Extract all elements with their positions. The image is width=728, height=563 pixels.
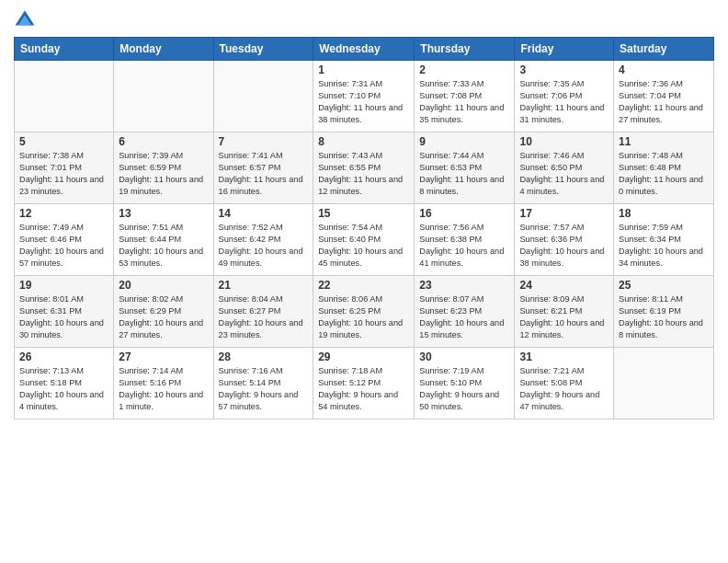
day-number: 28 [219,350,309,363]
day-info: Sunrise: 7:52 AMSunset: 6:42 PMDaylight:… [219,222,309,270]
day-number: 16 [419,207,509,220]
col-tuesday: Tuesday [213,38,313,61]
day-number: 9 [419,135,509,148]
day-number: 18 [619,207,709,220]
day-number: 26 [19,350,108,363]
day-number: 10 [519,135,609,148]
day-info: Sunrise: 7:39 AMSunset: 6:59 PMDaylight:… [119,150,208,198]
day-number: 19 [19,279,108,292]
calendar-day-cell: 23 Sunrise: 8:07 AMSunset: 6:23 PMDaylig… [415,276,515,348]
calendar-day-cell: 9 Sunrise: 7:44 AMSunset: 6:53 PMDayligh… [415,132,515,204]
col-friday: Friday [515,38,614,61]
day-info: Sunrise: 7:31 AMSunset: 7:10 PMDaylight:… [318,78,409,126]
calendar-day-cell: 7 Sunrise: 7:41 AMSunset: 6:57 PMDayligh… [213,132,313,204]
calendar-day-cell: 16 Sunrise: 7:56 AMSunset: 6:38 PMDaylig… [415,204,515,276]
calendar-day-cell: 30 Sunrise: 7:19 AMSunset: 5:10 PMDaylig… [415,348,515,419]
col-saturday: Saturday [614,38,714,61]
calendar-day-cell: 13 Sunrise: 7:51 AMSunset: 6:44 PMDaylig… [114,204,213,276]
calendar-day-cell: 14 Sunrise: 7:52 AMSunset: 6:42 PMDaylig… [213,204,313,276]
day-info: Sunrise: 8:04 AMSunset: 6:27 PMDaylight:… [219,293,309,341]
day-info: Sunrise: 7:51 AMSunset: 6:44 PMDaylight:… [119,222,208,270]
calendar-day-cell [213,61,313,132]
calendar-day-cell: 29 Sunrise: 7:18 AMSunset: 5:12 PMDaylig… [313,348,415,419]
calendar-day-cell: 25 Sunrise: 8:11 AMSunset: 6:19 PMDaylig… [614,276,714,348]
day-number: 3 [519,63,609,76]
day-info: Sunrise: 8:07 AMSunset: 6:23 PMDaylight:… [419,293,509,341]
day-info: Sunrise: 7:16 AMSunset: 5:14 PMDaylight:… [219,365,309,413]
calendar-day-cell [15,61,114,132]
calendar-day-cell: 1 Sunrise: 7:31 AMSunset: 7:10 PMDayligh… [313,61,415,132]
calendar-day-cell: 19 Sunrise: 8:01 AMSunset: 6:31 PMDaylig… [15,276,114,348]
calendar-day-cell: 18 Sunrise: 7:59 AMSunset: 6:34 PMDaylig… [614,204,714,276]
day-info: Sunrise: 7:41 AMSunset: 6:57 PMDaylight:… [219,150,309,198]
day-info: Sunrise: 8:09 AMSunset: 6:21 PMDaylight:… [519,293,609,341]
day-info: Sunrise: 7:46 AMSunset: 6:50 PMDaylight:… [519,150,609,198]
calendar-day-cell [114,61,213,132]
calendar-day-cell: 27 Sunrise: 7:14 AMSunset: 5:16 PMDaylig… [114,348,213,419]
day-info: Sunrise: 8:11 AMSunset: 6:19 PMDaylight:… [619,293,709,341]
day-number: 5 [19,135,108,148]
day-number: 8 [318,135,409,148]
calendar-week-row: 1 Sunrise: 7:31 AMSunset: 7:10 PMDayligh… [15,61,714,132]
day-info: Sunrise: 7:43 AMSunset: 6:55 PMDaylight:… [318,150,409,198]
calendar-day-cell: 20 Sunrise: 8:02 AMSunset: 6:29 PMDaylig… [114,276,213,348]
day-number: 25 [619,279,709,292]
calendar-week-row: 12 Sunrise: 7:49 AMSunset: 6:46 PMDaylig… [15,204,714,276]
day-number: 7 [219,135,309,148]
day-number: 21 [219,279,309,292]
day-number: 11 [619,135,709,148]
calendar-day-cell: 21 Sunrise: 8:04 AMSunset: 6:27 PMDaylig… [213,276,313,348]
day-info: Sunrise: 8:01 AMSunset: 6:31 PMDaylight:… [19,293,108,341]
day-info: Sunrise: 7:18 AMSunset: 5:12 PMDaylight:… [318,365,409,413]
calendar-day-cell: 4 Sunrise: 7:36 AMSunset: 7:04 PMDayligh… [614,61,714,132]
day-number: 13 [119,207,208,220]
day-number: 20 [119,279,208,292]
calendar-day-cell: 3 Sunrise: 7:35 AMSunset: 7:06 PMDayligh… [515,61,614,132]
calendar-week-row: 5 Sunrise: 7:38 AMSunset: 7:01 PMDayligh… [15,132,714,204]
day-info: Sunrise: 7:59 AMSunset: 6:34 PMDaylight:… [619,222,709,270]
day-info: Sunrise: 7:14 AMSunset: 5:16 PMDaylight:… [119,365,208,413]
day-info: Sunrise: 7:44 AMSunset: 6:53 PMDaylight:… [419,150,509,198]
day-info: Sunrise: 7:38 AMSunset: 7:01 PMDaylight:… [19,150,108,198]
day-number: 23 [419,279,509,292]
day-info: Sunrise: 7:36 AMSunset: 7:04 PMDaylight:… [619,78,709,126]
calendar-day-cell: 15 Sunrise: 7:54 AMSunset: 6:40 PMDaylig… [313,204,415,276]
day-number: 17 [519,207,609,220]
day-number: 30 [419,350,509,363]
header [14,9,714,31]
day-info: Sunrise: 7:49 AMSunset: 6:46 PMDaylight:… [19,222,108,270]
day-number: 6 [119,135,208,148]
col-sunday: Sunday [15,38,114,61]
page: Sunday Monday Tuesday Wednesday Thursday… [0,0,728,563]
day-number: 4 [619,63,709,76]
day-info: Sunrise: 7:35 AMSunset: 7:06 PMDaylight:… [519,78,609,126]
day-info: Sunrise: 8:06 AMSunset: 6:25 PMDaylight:… [318,293,409,341]
calendar-day-cell: 11 Sunrise: 7:48 AMSunset: 6:48 PMDaylig… [614,132,714,204]
day-number: 31 [519,350,609,363]
day-info: Sunrise: 7:54 AMSunset: 6:40 PMDaylight:… [318,222,409,270]
day-number: 27 [119,350,208,363]
calendar-day-cell: 6 Sunrise: 7:39 AMSunset: 6:59 PMDayligh… [114,132,213,204]
day-number: 1 [318,63,409,76]
day-info: Sunrise: 7:21 AMSunset: 5:08 PMDaylight:… [519,365,609,413]
day-number: 12 [19,207,108,220]
col-monday: Monday [114,38,213,61]
calendar-day-cell: 17 Sunrise: 7:57 AMSunset: 6:36 PMDaylig… [515,204,614,276]
col-wednesday: Wednesday [313,38,415,61]
day-info: Sunrise: 7:56 AMSunset: 6:38 PMDaylight:… [419,222,509,270]
day-info: Sunrise: 7:33 AMSunset: 7:08 PMDaylight:… [419,78,509,126]
day-number: 15 [318,207,409,220]
calendar-day-cell: 28 Sunrise: 7:16 AMSunset: 5:14 PMDaylig… [213,348,313,419]
day-info: Sunrise: 7:48 AMSunset: 6:48 PMDaylight:… [619,150,709,198]
calendar-day-cell: 22 Sunrise: 8:06 AMSunset: 6:25 PMDaylig… [313,276,415,348]
calendar-week-row: 19 Sunrise: 8:01 AMSunset: 6:31 PMDaylig… [15,276,714,348]
calendar-day-cell: 31 Sunrise: 7:21 AMSunset: 5:08 PMDaylig… [515,348,614,419]
calendar-table: Sunday Monday Tuesday Wednesday Thursday… [14,37,714,419]
logo-icon [14,9,36,31]
calendar-header-row: Sunday Monday Tuesday Wednesday Thursday… [15,38,714,61]
day-number: 22 [318,279,409,292]
calendar-day-cell [614,348,714,419]
day-info: Sunrise: 7:13 AMSunset: 5:18 PMDaylight:… [19,365,108,413]
calendar-day-cell: 10 Sunrise: 7:46 AMSunset: 6:50 PMDaylig… [515,132,614,204]
calendar-day-cell: 24 Sunrise: 8:09 AMSunset: 6:21 PMDaylig… [515,276,614,348]
